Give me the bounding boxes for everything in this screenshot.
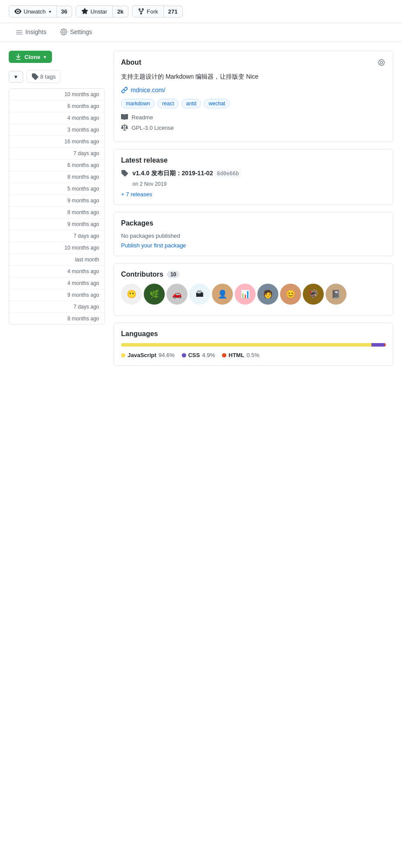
more-releases-link[interactable]: + 7 releases: [121, 191, 152, 198]
file-time: 3 months ago: [67, 127, 99, 133]
left-column: Clone ▾ ▾ 8 tags 10 months ago6 months a…: [9, 51, 105, 373]
contributor-avatar[interactable]: 🌿: [144, 284, 165, 305]
lang-pct: 94.6%: [159, 352, 175, 358]
fork-count[interactable]: 271: [164, 6, 183, 17]
contributors-title: Contributors: [121, 271, 163, 278]
file-time: 7 days ago: [73, 233, 99, 239]
star-group: Unstar 2k: [76, 5, 128, 17]
file-row[interactable]: 9 months ago: [9, 195, 104, 207]
about-settings-button[interactable]: [377, 58, 386, 67]
file-time: 10 months ago: [65, 245, 99, 251]
tags-link[interactable]: 8 tags: [27, 70, 60, 83]
clone-label: Clone: [24, 54, 40, 60]
file-time: 6 months ago: [67, 103, 99, 109]
gear-icon: [378, 59, 385, 66]
file-row[interactable]: 6 months ago: [9, 160, 104, 171]
file-row[interactable]: 16 months ago: [9, 136, 104, 148]
file-row[interactable]: 4 months ago: [9, 266, 104, 278]
tag-icon: [31, 73, 38, 80]
lang-dot: [121, 353, 125, 358]
languages-title: Languages: [121, 330, 386, 338]
license-label: GPL-3.0 License: [132, 125, 174, 131]
file-row[interactable]: last month: [9, 254, 104, 266]
about-title: About: [121, 59, 141, 66]
watch-button[interactable]: Unwatch ▾: [9, 5, 57, 17]
clone-section: Clone ▾: [9, 51, 105, 63]
readme-label: Readme: [132, 114, 153, 121]
insights-label: Insights: [25, 28, 46, 35]
file-row[interactable]: 4 months ago: [9, 278, 104, 289]
file-row[interactable]: 8 months ago: [9, 171, 104, 183]
lang-name: HTML: [229, 352, 244, 358]
language-segment: [385, 343, 386, 347]
languages-section: Languages JavaScript 94.6% CSS 4.9% HTML…: [114, 323, 393, 366]
file-time: 8 months ago: [67, 174, 99, 180]
insights-icon: [16, 28, 23, 35]
release-version: v1.4.0 发布日期：2019-11-02: [132, 170, 213, 177]
fork-label: Fork: [147, 8, 158, 15]
file-row[interactable]: 7 days ago: [9, 230, 104, 242]
tags-label: 8 tags: [40, 73, 55, 80]
file-row[interactable]: 6 months ago: [9, 101, 104, 112]
file-row[interactable]: 3 months ago: [9, 124, 104, 136]
contributor-avatar[interactable]: 👤: [212, 284, 233, 305]
fork-icon: [138, 8, 145, 15]
topic-tag[interactable]: antd: [181, 99, 201, 108]
file-time: 7 days ago: [73, 304, 99, 310]
release-date: on 2 Nov 2019: [132, 181, 386, 187]
file-row[interactable]: 8 months ago: [9, 207, 104, 219]
right-column: About 支持主题设计的 Markdown 编辑器，让排版变 Nice mdn…: [114, 51, 393, 373]
about-website[interactable]: mdnice.com/: [121, 87, 386, 94]
contributors-count: 10: [167, 271, 180, 278]
file-row[interactable]: 7 days ago: [9, 148, 104, 160]
lang-dot: [222, 353, 226, 358]
file-rows: 10 months ago6 months ago4 months ago3 m…: [9, 89, 104, 324]
main-layout: Clone ▾ ▾ 8 tags 10 months ago6 months a…: [0, 42, 402, 382]
contributor-avatar[interactable]: 📊: [235, 284, 256, 305]
file-row[interactable]: 10 months ago: [9, 89, 104, 101]
contributor-avatar[interactable]: 😶: [121, 284, 142, 305]
language-item: CSS 4.9%: [182, 352, 215, 358]
language-segment: [121, 343, 371, 347]
lang-pct: 0.5%: [246, 352, 260, 358]
contributor-avatar[interactable]: 🚗: [166, 284, 187, 305]
star-label: Unstar: [90, 8, 107, 15]
language-item: HTML 0.5%: [222, 352, 260, 358]
contributors-section: Contributors 10 😶🌿🚗🏔👤📊🧑😊🦃📓: [114, 263, 393, 316]
book-icon: [121, 114, 128, 121]
star-count[interactable]: 2k: [113, 6, 128, 17]
topic-tag[interactable]: wechat: [204, 99, 230, 108]
file-time: 8 months ago: [67, 316, 99, 322]
file-row[interactable]: 10 months ago: [9, 242, 104, 254]
contributor-avatar[interactable]: 📓: [326, 284, 347, 305]
release-hash: 8d0e66b: [215, 170, 241, 177]
publish-package-link[interactable]: Publish your first package: [121, 242, 186, 249]
contributor-avatar[interactable]: 🏔: [189, 284, 210, 305]
release-info: v1.4.0 发布日期：2019-11-02 8d0e66b: [121, 170, 386, 177]
topic-tag[interactable]: react: [157, 99, 179, 108]
branch-selector[interactable]: ▾: [9, 71, 23, 83]
fork-button[interactable]: Fork: [132, 5, 164, 17]
release-title: Latest release: [121, 156, 386, 164]
topic-tag[interactable]: markdown: [121, 99, 155, 108]
avatars-row: 😶🌿🚗🏔👤📊🧑😊🦃📓: [121, 284, 386, 305]
readme-meta: Readme: [121, 114, 386, 121]
watch-count[interactable]: 36: [57, 6, 72, 17]
file-row[interactable]: 9 months ago: [9, 289, 104, 301]
file-row[interactable]: 9 months ago: [9, 219, 104, 230]
lang-name: JavaScript: [128, 352, 156, 358]
tab-insights[interactable]: Insights: [9, 23, 53, 42]
file-row[interactable]: 8 months ago: [9, 313, 104, 324]
tag-release-icon: [121, 170, 128, 177]
tab-settings[interactable]: Settings: [53, 23, 99, 42]
contributor-avatar[interactable]: 😊: [280, 284, 301, 305]
nav-tabs: Insights Settings: [0, 23, 402, 42]
contributor-avatar[interactable]: 🧑: [257, 284, 278, 305]
settings-label: Settings: [70, 28, 92, 35]
clone-button[interactable]: Clone ▾: [9, 51, 52, 63]
star-button[interactable]: Unstar: [76, 5, 113, 17]
file-row[interactable]: 4 months ago: [9, 112, 104, 124]
contributor-avatar[interactable]: 🦃: [303, 284, 324, 305]
file-row[interactable]: 7 days ago: [9, 301, 104, 313]
file-row[interactable]: 5 months ago: [9, 183, 104, 195]
